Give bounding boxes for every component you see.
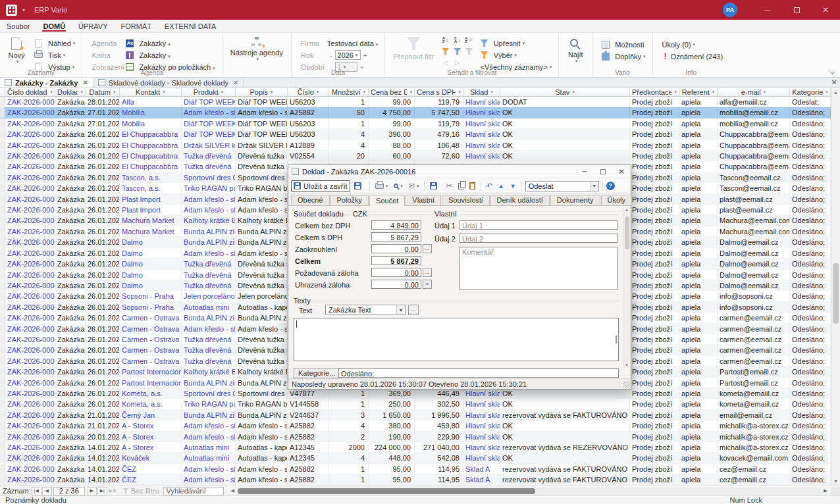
cell-mnozstvi[interactable]: 1: [329, 118, 369, 129]
column-header[interactable]: Produkt: [182, 88, 236, 96]
cell-cena-bez-dph[interactable]: 250,00: [369, 399, 415, 409]
cell-kontakt[interactable]: Mobilia: [120, 118, 182, 129]
cell-kategorie[interactable]: Odesláno;: [790, 453, 831, 463]
cell-kategorie[interactable]: Odesláno;: [790, 129, 831, 139]
cell-sklad[interactable]: Hlavní sklad: [463, 410, 500, 420]
cell-email[interactable]: Chuppacabbra@eemail.cz: [718, 140, 790, 151]
prev-record-button[interactable]: ◁: [440, 57, 452, 68]
cell-email[interactable]: alfa@emaiil.cz: [718, 97, 790, 107]
cell-kontakt[interactable]: Partost Internacional: [120, 378, 182, 388]
cell-kontakt[interactable]: El Chuppacabbra: [120, 161, 182, 172]
cell-datum[interactable]: 14.01.2026: [86, 474, 120, 485]
cell-popis[interactable]: Adam křeslo - sklá: [236, 107, 288, 118]
cell-cena-s-dph[interactable]: 446,49: [415, 388, 463, 399]
column-header[interactable]: Číslo dokladu: [5, 88, 55, 96]
cell-sklad[interactable]: Hlavní sklad: [463, 388, 500, 399]
cell-cislo-dokladu[interactable]: ZAK-2026-00004: [5, 432, 55, 442]
cell-predkontace[interactable]: Prodej zboží: [630, 270, 679, 280]
cell-doklad[interactable]: Zakázka: [55, 280, 86, 291]
cell-referent[interactable]: apiela: [679, 302, 718, 313]
cell-kategorie[interactable]: Odesláno;: [790, 345, 831, 355]
cell-email[interactable]: info@sopsoni.cz: [718, 291, 790, 301]
cell-kontakt[interactable]: Dalmo: [120, 259, 182, 269]
cell-referent[interactable]: apiela: [679, 410, 718, 420]
firma-select[interactable]: Testovací data: [327, 39, 378, 47]
text-combo[interactable]: Zakázka Text ▼: [325, 305, 406, 315]
cell-kategorie[interactable]: Odesláno;: [790, 313, 831, 323]
save-as-button[interactable]: [352, 180, 366, 192]
cell-cena-s-dph[interactable]: 114,95: [415, 464, 463, 474]
clear-sort-button[interactable]: AZ✗: [463, 35, 475, 45]
cell-mnozstvi[interactable]: 1: [329, 474, 369, 485]
cell-doklad[interactable]: Zakázka: [55, 345, 86, 355]
cell-kontakt[interactable]: Plast Import: [120, 205, 182, 215]
cell-cena-bez-dph[interactable]: 448,00: [369, 453, 415, 463]
cell-predkontace[interactable]: Prodej zboží: [630, 378, 679, 388]
cell-cena-bez-dph[interactable]: 88,00: [369, 140, 415, 151]
cell-cislo[interactable]: A25882: [288, 107, 329, 118]
cell-email[interactable]: Dalmo@eemail.cz: [718, 270, 790, 280]
cell-referent[interactable]: apiela: [679, 464, 718, 474]
komentar-field[interactable]: Komentář: [459, 247, 617, 290]
cell-kontakt[interactable]: Sopsoni - Praha: [120, 291, 182, 301]
cell-referent[interactable]: apiela: [679, 97, 718, 107]
cell-predkontace[interactable]: Prodej zboží: [630, 172, 679, 183]
cell-stav[interactable]: rezervovat vydává se REZERVOVÁNO FAKTURO…: [500, 442, 630, 453]
cell-kategorie[interactable]: Odesláno;: [790, 356, 831, 366]
vertical-scrollbar[interactable]: ▲ ▼: [831, 88, 840, 486]
tab-skladove-doklady[interactable]: Skladové doklady - Skladové doklady ✕: [93, 78, 244, 88]
cell-kategorie[interactable]: Odesláno;: [790, 378, 831, 388]
cell-popis[interactable]: Sportovní dres ČR: [236, 388, 288, 399]
scroll-up-icon[interactable]: ▲: [831, 88, 840, 97]
cell-cislo-dokladu[interactable]: ZAK-2026-00010: [5, 302, 55, 313]
cell-doklad[interactable]: Zakázka: [55, 388, 86, 399]
record-selector[interactable]: [0, 248, 5, 259]
cell-produkt[interactable]: Bunda ALPIN zimní: [182, 410, 236, 420]
cell-produkt[interactable]: Držák SILVER kovov: [182, 140, 236, 151]
cell-referent[interactable]: apiela: [679, 474, 718, 485]
cell-email[interactable]: michalik@a-storex.cz: [718, 442, 790, 453]
cell-mnozstvi[interactable]: 1: [329, 464, 369, 474]
cell-kontakt[interactable]: ČEZ: [120, 464, 182, 474]
column-header[interactable]: Cena s DPH: [415, 88, 463, 96]
table-row[interactable]: ZAK-2026-00016 Zakázka 27.01.2026 Mobili…: [0, 118, 831, 129]
cell-doklad[interactable]: Zakázka: [55, 334, 86, 345]
next-record-button[interactable]: ▼: [508, 180, 518, 192]
cell-cena-bez-dph[interactable]: 369,00: [369, 388, 415, 399]
cell-kontakt[interactable]: Carmen - Ostrava: [120, 345, 182, 355]
cell-kontakt[interactable]: Dalmo: [120, 280, 182, 291]
tab-close-icon[interactable]: ✕: [233, 79, 238, 86]
cell-referent[interactable]: apiela: [679, 366, 718, 377]
cell-cislo[interactable]: A25882: [288, 420, 329, 431]
cell-email[interactable]: Partost@emaiil.cz: [718, 366, 790, 377]
cell-email[interactable]: kometa@emaiil.cz: [718, 399, 790, 409]
cell-stav[interactable]: OK: [500, 432, 630, 442]
cell-sklad[interactable]: Hlavní sklad: [463, 420, 500, 431]
cell-produkt[interactable]: Tužka dřevěná: [182, 356, 236, 366]
cell-doklad[interactable]: Zakázka: [55, 215, 86, 226]
table-row[interactable]: ZAK-2026-00001 Zakázka 14.01.2026 ČEZ Ad…: [0, 464, 831, 474]
cell-popis[interactable]: Sportovní dres ČR: [236, 172, 288, 183]
cell-predkontace[interactable]: Prodej zboží: [630, 97, 679, 107]
cell-predkontace[interactable]: Prodej zboží: [630, 399, 679, 409]
cell-cislo-dokladu[interactable]: ZAK-2026-00001: [5, 474, 55, 485]
rok-select[interactable]: 2026: [335, 50, 361, 60]
cell-cislo-dokladu[interactable]: ZAK-2026-00014: [5, 183, 55, 193]
cell-produkt[interactable]: Autoatlas mini: [182, 453, 236, 463]
cell-cena-s-dph[interactable]: 479,16: [415, 129, 463, 139]
agenda-tools-button[interactable]: Nástroje agendy: [226, 35, 287, 64]
record-selector[interactable]: [0, 302, 5, 313]
cell-referent[interactable]: apiela: [679, 280, 718, 291]
cell-referent[interactable]: apiela: [679, 324, 718, 334]
cut-button[interactable]: ✂: [444, 180, 454, 192]
horizontal-scroll-thumb[interactable]: [238, 488, 535, 494]
record-selector[interactable]: [0, 474, 5, 485]
cell-referent[interactable]: apiela: [679, 129, 718, 139]
cell-popis[interactable]: Jelen porcelánov: [236, 291, 288, 301]
cell-datum[interactable]: 26.01.2026: [86, 366, 120, 377]
cell-doklad[interactable]: Zakázka: [55, 97, 86, 107]
record-selector[interactable]: [0, 410, 5, 420]
record-selector[interactable]: [0, 324, 5, 334]
cell-datum[interactable]: 26.01.2026: [86, 270, 120, 280]
dialog-vertical-scrollbar[interactable]: ▲ ▼: [623, 207, 630, 368]
